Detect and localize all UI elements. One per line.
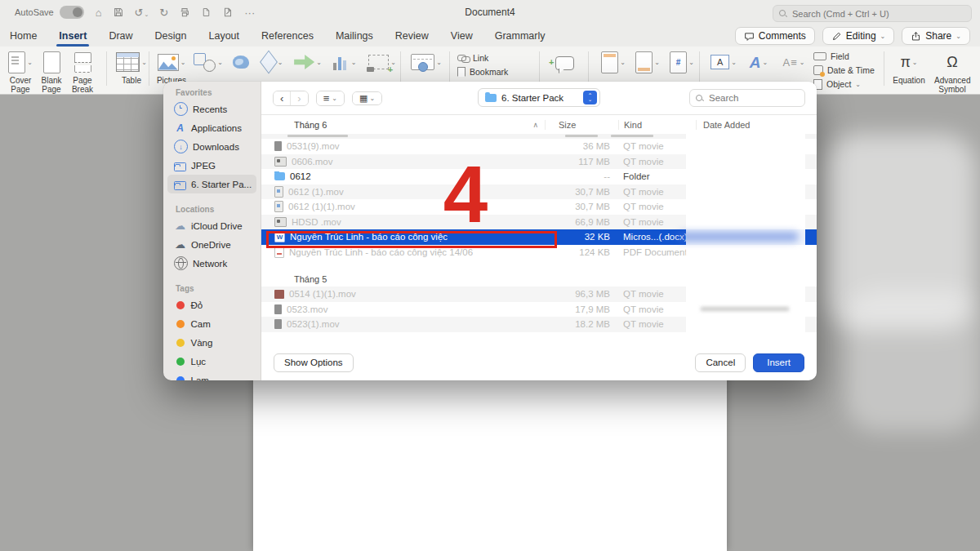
app-chrome: AutoSave ⌂ ↺⌄ ↻ ··· Document4 Home Inser… bbox=[0, 0, 980, 47]
chevron-down-icon: ⌄ bbox=[855, 81, 861, 88]
chevron-down-icon: ⌄ bbox=[436, 59, 442, 66]
3d-models-button[interactable]: ⌄ bbox=[255, 50, 289, 74]
document-actions: Comments Editing ⌄ Share ⌄ bbox=[735, 27, 970, 45]
dialog-search-input[interactable] bbox=[707, 92, 799, 104]
sidebar-favorite-item[interactable]: 6. Starter Pa... bbox=[167, 175, 256, 193]
ribbon-tab[interactable]: References bbox=[261, 30, 314, 42]
document-page[interactable] bbox=[253, 369, 727, 551]
shapes-button[interactable]: ⌄ bbox=[189, 50, 227, 74]
field-button[interactable]: Field bbox=[813, 50, 875, 63]
dialog-footer: Show Options Cancel Insert bbox=[261, 344, 817, 380]
current-folder-dropdown[interactable]: 6. Starter Pack ⌃⌄ bbox=[478, 88, 600, 107]
file-icon bbox=[274, 304, 282, 314]
sidebar-tag-item[interactable]: Lam bbox=[167, 371, 256, 380]
chevron-down-icon: ⌄ bbox=[880, 33, 886, 40]
drop-cap-button[interactable]: A≡⌄ bbox=[776, 50, 812, 74]
wordart-button[interactable]: A⌄ bbox=[742, 50, 776, 74]
more-commands-icon[interactable]: ··· bbox=[244, 7, 255, 18]
name-column-header[interactable]: Tháng 6 ∧ bbox=[261, 120, 545, 130]
ribbon-tab[interactable]: View bbox=[451, 30, 473, 42]
file-icon bbox=[274, 141, 282, 151]
comments-button[interactable]: Comments bbox=[735, 27, 815, 45]
link-button[interactable]: Link bbox=[457, 51, 508, 64]
dialog-search[interactable] bbox=[689, 89, 805, 107]
pictures-button[interactable]: ⌄ Pictures bbox=[154, 50, 189, 86]
folder-stepper-icon: ⌃⌄ bbox=[583, 91, 597, 104]
sidebar-location-item[interactable]: Network bbox=[167, 254, 256, 273]
sidebar-favorite-item[interactable]: JPEG bbox=[167, 156, 256, 175]
sidebar-tag-item[interactable]: Vàng bbox=[167, 333, 256, 352]
text-box-button[interactable]: A⌄ bbox=[706, 50, 742, 74]
save-icon[interactable] bbox=[113, 7, 124, 18]
chart-button[interactable]: ⌄ bbox=[327, 50, 363, 74]
ribbon-tab[interactable]: Insert bbox=[59, 30, 87, 42]
sidebar-favorite-item[interactable]: Applications bbox=[167, 118, 256, 137]
online-video-button[interactable]: ⌄ bbox=[408, 50, 444, 74]
blank-page-button[interactable]: Blank Page bbox=[36, 50, 67, 95]
page-number-button[interactable]: #⌄ bbox=[665, 50, 699, 74]
share-button[interactable]: Share ⌄ bbox=[902, 27, 970, 45]
file-size: 124 KB bbox=[545, 247, 618, 257]
show-options-button[interactable]: Show Options bbox=[274, 353, 354, 372]
sidebar-location-item[interactable]: OneDrive bbox=[167, 235, 256, 254]
new-comment-icon[interactable] bbox=[555, 56, 574, 70]
advanced-symbol-label: Advanced Symbol bbox=[934, 77, 970, 95]
home-icon[interactable]: ⌂ bbox=[96, 7, 102, 18]
sidebar-tag-item[interactable]: Cam bbox=[167, 314, 256, 333]
undo-icon[interactable]: ↺⌄ bbox=[135, 5, 149, 20]
header-button[interactable]: ⌄ bbox=[596, 50, 630, 74]
editing-mode-button[interactable]: Editing ⌄ bbox=[822, 27, 894, 45]
sidebar-location-item[interactable]: iCloud Drive bbox=[167, 216, 256, 235]
bookmark-button[interactable]: Bookmark bbox=[457, 65, 508, 78]
cover-page-button[interactable]: ⌄ Cover Page bbox=[5, 50, 36, 95]
sidebar-item-label: Applications bbox=[191, 123, 242, 133]
ribbon-tab[interactable]: Review bbox=[395, 30, 429, 42]
screenshot-button[interactable]: ⌄ bbox=[363, 50, 402, 74]
new-document-icon[interactable] bbox=[201, 7, 212, 18]
ribbon-tab[interactable]: Draw bbox=[109, 30, 132, 42]
ribbon-tab[interactable]: Design bbox=[155, 30, 187, 42]
table-button[interactable]: ⌄ Table bbox=[113, 50, 150, 86]
kind-column-header[interactable]: Kind bbox=[618, 120, 696, 130]
app-search[interactable] bbox=[773, 5, 972, 22]
size-column-header[interactable]: Size bbox=[545, 120, 618, 130]
date-time-button[interactable]: Date & Time bbox=[813, 64, 875, 77]
file-kind: Folder bbox=[618, 171, 696, 181]
cancel-button[interactable]: Cancel bbox=[695, 353, 746, 372]
ribbon-tab[interactable]: Layout bbox=[208, 30, 239, 42]
icons-button[interactable] bbox=[227, 50, 255, 74]
sidebar-tag-item[interactable]: Lục bbox=[167, 352, 256, 371]
sidebar-favorite-item[interactable]: Downloads bbox=[167, 137, 256, 156]
ribbon-tab[interactable]: Home bbox=[10, 30, 37, 42]
file-open-dialog: Favorites Recents Applications Downloads bbox=[163, 82, 817, 380]
icon-view-button[interactable]: ▦⌄ bbox=[352, 91, 382, 105]
sidebar-tag-item[interactable]: Đỏ bbox=[167, 295, 256, 314]
insert-button[interactable]: Insert bbox=[753, 353, 804, 372]
app-search-input[interactable] bbox=[791, 8, 965, 20]
sidebar-favorite-item[interactable]: Recents bbox=[167, 100, 256, 118]
titlebar: AutoSave ⌂ ↺⌄ ↻ ··· Document4 bbox=[0, 0, 980, 24]
smartart-button[interactable]: ⌄ bbox=[289, 50, 327, 74]
file-size: 96,3 MB bbox=[545, 289, 618, 299]
redo-icon[interactable]: ↻ bbox=[159, 7, 168, 18]
blurred-selection-highlight bbox=[678, 232, 799, 242]
illustrations-group: ⌄ Pictures ⌄ ⌄ ⌄ ⌄ ⌄ bbox=[154, 50, 402, 86]
ribbon-tab[interactable]: Grammarly bbox=[495, 30, 546, 42]
file-name: 0523.mov bbox=[287, 304, 328, 314]
print-icon[interactable] bbox=[179, 7, 190, 18]
list-view-button[interactable]: ≡⌄ bbox=[316, 91, 345, 106]
save-as-icon[interactable] bbox=[222, 7, 234, 18]
3d-model-icon bbox=[260, 50, 278, 73]
advanced-symbol-button[interactable]: Ω Advanced Symbol bbox=[929, 50, 975, 95]
date-added-column-header[interactable]: Date Added bbox=[696, 120, 817, 130]
object-button[interactable]: Object ⌄ bbox=[813, 78, 875, 91]
file-kind: QT movie bbox=[618, 319, 696, 329]
autosave-toggle[interactable] bbox=[60, 6, 84, 19]
ribbon-tab[interactable]: Mailings bbox=[336, 30, 373, 42]
page-break-button[interactable]: Page Break bbox=[67, 50, 98, 95]
equation-button[interactable]: π⌄ Equation bbox=[889, 50, 929, 86]
file-size: 117 MB bbox=[545, 157, 618, 167]
back-button[interactable]: ‹ bbox=[274, 91, 290, 105]
footer-button[interactable]: ⌄ bbox=[630, 50, 665, 74]
forward-button[interactable]: › bbox=[290, 91, 307, 105]
